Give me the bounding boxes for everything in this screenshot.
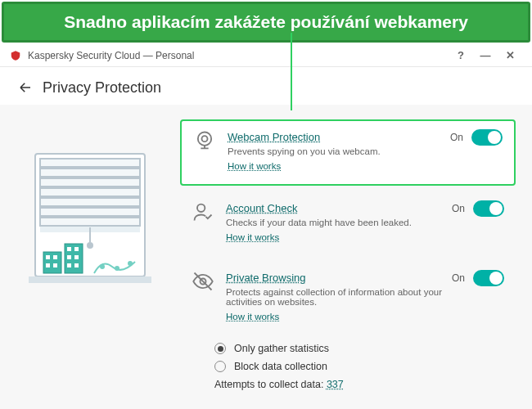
app-name: Kaspersky Security Cloud — Personal bbox=[28, 50, 194, 61]
private-browsing-options: Only gather statistics Block data collec… bbox=[214, 343, 516, 372]
svg-point-30 bbox=[202, 136, 208, 142]
svg-rect-2 bbox=[40, 159, 140, 167]
radio-block-data-collection[interactable]: Block data collection bbox=[214, 361, 516, 372]
svg-rect-7 bbox=[40, 208, 140, 216]
svg-rect-28 bbox=[29, 276, 151, 283]
svg-rect-19 bbox=[67, 247, 71, 251]
feature-account-check: Account Check Checks if your data might … bbox=[180, 192, 516, 255]
svg-rect-16 bbox=[53, 255, 57, 259]
svg-rect-5 bbox=[40, 188, 140, 196]
svg-rect-22 bbox=[74, 255, 79, 259]
close-button[interactable]: ✕ bbox=[498, 49, 522, 61]
minimize-button[interactable]: — bbox=[473, 49, 498, 61]
content-area: Webcam Protection Prevents spying on you… bbox=[0, 105, 532, 409]
how-it-works-link[interactable]: How it works bbox=[226, 312, 279, 321]
title-bar: Kaspersky Security Cloud — Personal ? — … bbox=[0, 44, 532, 67]
svg-rect-23 bbox=[67, 263, 71, 267]
svg-rect-11 bbox=[43, 252, 61, 273]
feature-private-browsing: Private Browsing Protects against collec… bbox=[180, 262, 516, 335]
svg-point-26 bbox=[115, 266, 119, 271]
svg-rect-15 bbox=[46, 255, 50, 259]
svg-rect-20 bbox=[74, 247, 79, 251]
toggle-state-label: On bbox=[450, 132, 463, 143]
toggle-state-label: On bbox=[452, 203, 465, 214]
kaspersky-logo-icon bbox=[10, 50, 21, 61]
feature-title-link[interactable]: Webcam Protection bbox=[228, 131, 320, 143]
svg-rect-21 bbox=[67, 255, 71, 259]
attempts-label: Attempts to collect data: bbox=[214, 379, 323, 390]
svg-rect-24 bbox=[74, 263, 79, 267]
svg-rect-18 bbox=[53, 263, 57, 267]
attempts-line: Attempts to collect data: 337 bbox=[214, 379, 516, 390]
webcam-icon bbox=[193, 129, 216, 152]
svg-point-31 bbox=[197, 204, 205, 212]
svg-rect-8 bbox=[40, 218, 140, 226]
radio-only-gather-statistics[interactable]: Only gather statistics bbox=[214, 343, 516, 354]
feature-desc: Prevents spying on you via webcam. bbox=[228, 146, 442, 156]
feature-desc: Checks if your data might have been leak… bbox=[226, 218, 444, 227]
arrow-left-icon bbox=[18, 80, 33, 95]
svg-point-25 bbox=[100, 264, 105, 269]
feature-desc: Protects against collection of informati… bbox=[226, 287, 444, 307]
app-window: Snadno aplikacím zakážete používání webk… bbox=[0, 0, 532, 409]
svg-point-10 bbox=[87, 242, 93, 249]
help-button[interactable]: ? bbox=[449, 49, 473, 61]
radio-label: Only gather statistics bbox=[234, 343, 329, 354]
feature-webcam-protection: Webcam Protection Prevents spying on you… bbox=[180, 119, 516, 186]
account-check-toggle[interactable] bbox=[473, 200, 504, 217]
account-check-icon bbox=[192, 200, 214, 223]
toggle-state-label: On bbox=[452, 272, 465, 284]
attempts-count-link[interactable]: 337 bbox=[327, 379, 344, 390]
feature-title-link[interactable]: Account Check bbox=[226, 202, 297, 214]
svg-point-29 bbox=[198, 133, 211, 146]
radio-label: Block data collection bbox=[234, 361, 327, 372]
svg-rect-3 bbox=[40, 169, 140, 177]
illustration bbox=[0, 113, 180, 409]
how-it-works-link[interactable]: How it works bbox=[226, 232, 279, 242]
callout-banner: Snadno aplikacím zakážete používání webk… bbox=[2, 2, 530, 43]
features-list: Webcam Protection Prevents spying on you… bbox=[180, 113, 532, 409]
back-button[interactable] bbox=[15, 77, 36, 98]
radio-icon bbox=[214, 343, 226, 354]
svg-rect-4 bbox=[40, 178, 140, 187]
callout-connector bbox=[291, 33, 292, 110]
window-blinds-illustration-icon bbox=[20, 146, 160, 301]
private-browsing-toggle[interactable] bbox=[473, 270, 504, 286]
feature-title-link[interactable]: Private Browsing bbox=[226, 272, 306, 284]
webcam-protection-toggle[interactable] bbox=[471, 129, 503, 146]
svg-point-27 bbox=[128, 261, 133, 266]
radio-icon bbox=[214, 361, 226, 372]
page-header: Privacy Protection bbox=[0, 67, 532, 105]
page-title: Privacy Protection bbox=[43, 79, 161, 97]
how-it-works-link[interactable]: How it works bbox=[228, 161, 281, 171]
eye-off-icon bbox=[192, 270, 214, 293]
svg-rect-17 bbox=[46, 263, 50, 267]
svg-rect-6 bbox=[40, 198, 140, 206]
